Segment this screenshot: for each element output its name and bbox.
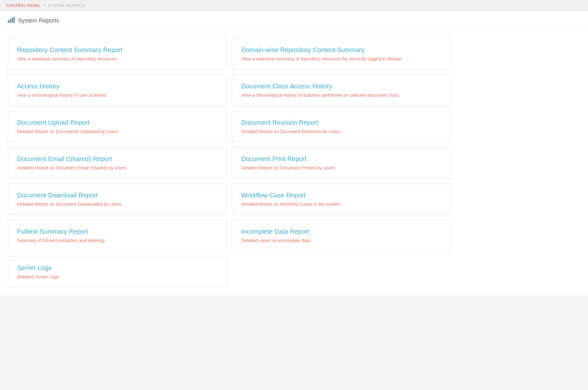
breadcrumb-control-panel[interactable]: CONTROL PANEL (6, 4, 41, 7)
report-title-doc-email-report: Document Email (Shared) Report (17, 155, 218, 163)
report-title-doc-print-report: Document Print Report (241, 155, 442, 163)
svg-rect-2 (12, 18, 13, 23)
reports-icon (8, 17, 15, 24)
report-title-doc-class-access-history: Document Class Access History (241, 83, 442, 90)
report-title-access-history: Access History (17, 83, 218, 90)
report-desc-doc-class-access-history: View a chronological history of activiti… (241, 93, 442, 98)
report-title-repo-content-summary: Repository Content Summary Report (17, 46, 218, 54)
report-title-domain-repo-summary: Domain-wise Repository Content Summary (241, 46, 442, 54)
page-title: System Reports (18, 17, 59, 24)
report-title-incomplete-data-report: Incomplete Data Report (241, 228, 442, 235)
report-desc-doc-download-report: Detailed Report on Document Downloaded b… (17, 202, 218, 207)
report-card-fulltext-summary-report[interactable]: Fulltext Summary ReportSummary of full-t… (8, 220, 227, 251)
svg-rect-3 (13, 17, 15, 23)
report-card-doc-revision-report[interactable]: Document Revision ReportDetailed Report … (232, 111, 451, 142)
report-title-doc-revision-report: Document Revision Report (241, 119, 442, 126)
report-title-doc-download-report: Document Download Report (17, 192, 218, 199)
page-header: System Reports (0, 11, 588, 31)
report-desc-domain-repo-summary: View a statistical summary of repository… (241, 56, 442, 61)
report-card-domain-repo-summary[interactable]: Domain-wise Repository Content SummaryVi… (232, 38, 451, 69)
svg-rect-1 (10, 19, 11, 23)
report-title-server-logs: Server Logs (17, 264, 218, 272)
report-desc-fulltext-summary-report: Summary of full-text extraction and inde… (17, 238, 218, 243)
breadcrumb-separator: / (44, 3, 45, 8)
report-card-doc-print-report[interactable]: Document Print ReportDetailed Report on … (232, 147, 451, 178)
report-card-doc-upload-report[interactable]: Document Upload ReportDetailed Report on… (8, 111, 227, 142)
report-title-workflow-case-report: Workflow Case Report (241, 192, 442, 199)
report-card-repo-content-summary[interactable]: Repository Content Summary ReportView a … (8, 38, 227, 69)
report-card-doc-download-report[interactable]: Document Download ReportDetailed Report … (8, 184, 227, 215)
report-desc-doc-email-report: Detailed Report on Document Email (Share… (17, 165, 218, 170)
report-card-doc-email-report[interactable]: Document Email (Shared) ReportDetailed R… (8, 147, 227, 178)
report-card-doc-class-access-history[interactable]: Document Class Access HistoryView a chro… (232, 75, 451, 106)
report-desc-workflow-case-report: Detailed Report on Workflow Cases in the… (241, 202, 442, 207)
report-desc-doc-print-report: Detailed Report on Document Printed by U… (241, 165, 442, 170)
report-desc-incomplete-data-report: Detailed report on incomplete data (241, 238, 442, 243)
report-card-workflow-case-report[interactable]: Workflow Case ReportDetailed Report on W… (232, 184, 451, 215)
report-desc-server-logs: Detailed Server Logs (17, 274, 218, 279)
report-desc-access-history: View a chronological history of user act… (17, 93, 218, 98)
report-desc-repo-content-summary: View a statistical summary of repository… (17, 56, 218, 61)
report-card-server-logs[interactable]: Server LogsDetailed Server Logs (8, 256, 227, 287)
main-content: Repository Content Summary ReportView a … (0, 31, 588, 295)
svg-rect-0 (8, 20, 9, 23)
report-desc-doc-revision-report: Detailed Report on Document Revisions by… (241, 129, 442, 134)
report-card-access-history[interactable]: Access HistoryView a chronological histo… (8, 75, 227, 106)
reports-grid: Repository Content Summary ReportView a … (8, 38, 451, 287)
breadcrumb: CONTROL PANEL / SYSTEM REPORTS (0, 0, 588, 11)
breadcrumb-current: SYSTEM REPORTS (48, 4, 85, 7)
report-desc-doc-upload-report: Detailed Report on Documents Uploaded by… (17, 129, 218, 134)
report-card-incomplete-data-report[interactable]: Incomplete Data ReportDetailed report on… (232, 220, 451, 251)
report-title-fulltext-summary-report: Fulltext Summary Report (17, 228, 218, 235)
report-title-doc-upload-report: Document Upload Report (17, 119, 218, 126)
